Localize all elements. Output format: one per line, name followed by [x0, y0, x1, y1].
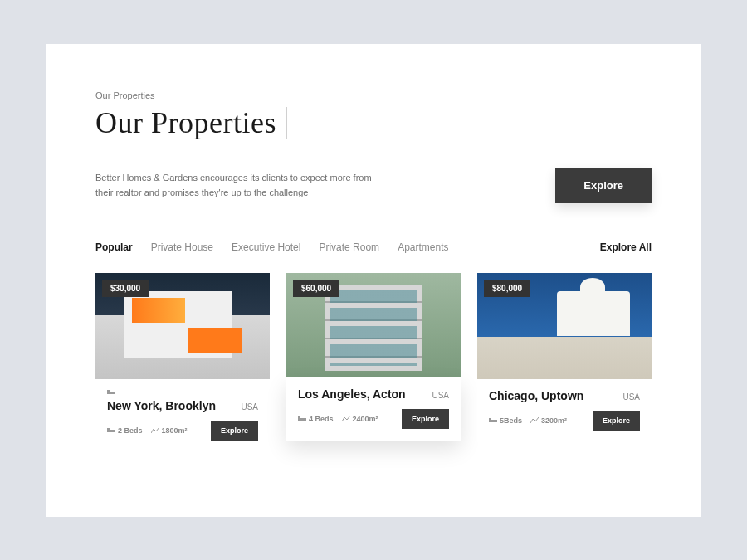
svg-rect-2: [107, 430, 115, 432]
svg-rect-1: [107, 390, 110, 392]
bed-icon: [489, 417, 497, 424]
svg-rect-4: [298, 418, 306, 421]
svg-rect-3: [107, 428, 110, 430]
property-meta: 2 Beds 1800m²: [107, 426, 188, 435]
section-eyebrow: Our Properties: [95, 90, 652, 100]
card-explore-button[interactable]: Explore: [593, 411, 640, 431]
intro-text: Better Homes & Gardens encourages its cl…: [95, 171, 378, 200]
property-country: USA: [241, 402, 258, 411]
area-icon: [530, 417, 539, 424]
tab-private-house[interactable]: Private House: [151, 241, 213, 253]
tabs-row: Popular Private House Executive Hotel Pr…: [95, 241, 627, 253]
property-card[interactable]: $30,000 New York, Brooklyn USA 2 Beds: [95, 273, 270, 452]
tab-private-room[interactable]: Private Room: [319, 241, 379, 253]
card-explore-button[interactable]: Explore: [211, 421, 258, 441]
svg-rect-5: [298, 416, 300, 418]
area-label: 3200m²: [541, 416, 567, 425]
card-body: Los Angeles, Acton USA 4 Beds 2400m²: [286, 377, 461, 441]
bed-icon: [298, 416, 306, 422]
property-image: $30,000: [95, 273, 270, 379]
property-image: $80,000: [477, 273, 652, 379]
area-label: 2400m²: [353, 415, 378, 423]
property-city: New York, Brooklyn: [107, 399, 216, 412]
svg-rect-7: [489, 418, 491, 420]
svg-rect-6: [489, 420, 497, 422]
tab-apartments[interactable]: Apartments: [398, 241, 448, 253]
property-city: Chicago, Uptown: [489, 389, 583, 402]
svg-rect-0: [107, 392, 115, 394]
property-card[interactable]: $60,000 Los Angeles, Acton USA 4 Beds: [286, 273, 461, 452]
intro-row: Better Homes & Gardens encourages its cl…: [95, 168, 652, 203]
beds-label: 5Beds: [500, 416, 522, 425]
property-card[interactable]: $80,000 Chicago, Uptown USA 5Beds: [477, 273, 652, 452]
property-meta: 5Beds 3200m²: [489, 416, 567, 425]
beds-label: 4 Beds: [309, 415, 334, 423]
area-icon: [342, 416, 350, 422]
bed-icon: [107, 427, 115, 434]
price-tag: $30,000: [102, 280, 149, 297]
card-body: New York, Brooklyn USA 2 Beds 1800m²: [95, 379, 270, 452]
property-cards: $30,000 New York, Brooklyn USA 2 Beds: [95, 273, 652, 452]
property-meta: 4 Beds 2400m²: [298, 415, 378, 423]
properties-panel: Our Properties Our Properties Better Hom…: [46, 44, 701, 517]
tab-popular[interactable]: Popular: [95, 241, 133, 253]
property-country: USA: [432, 391, 449, 400]
property-country: USA: [622, 392, 640, 402]
card-explore-button[interactable]: Explore: [402, 409, 449, 429]
beds-label: 2 Beds: [118, 426, 143, 435]
area-icon: [151, 427, 159, 434]
explore-all-link[interactable]: Explore All: [600, 241, 652, 253]
tab-executive-hotel[interactable]: Executive Hotel: [232, 241, 300, 253]
price-tag: $80,000: [484, 280, 530, 297]
explore-button[interactable]: Explore: [555, 168, 652, 203]
property-image: $60,000: [286, 273, 461, 379]
section-title: Our Properties: [95, 107, 287, 140]
bed-icon: [107, 389, 258, 397]
tabs: Popular Private House Executive Hotel Pr…: [95, 241, 448, 253]
property-city: Los Angeles, Acton: [298, 387, 406, 401]
price-tag: $60,000: [293, 280, 339, 297]
area-label: 1800m²: [162, 426, 188, 435]
card-body: Chicago, Uptown USA 5Beds 3200m²: [477, 379, 652, 442]
